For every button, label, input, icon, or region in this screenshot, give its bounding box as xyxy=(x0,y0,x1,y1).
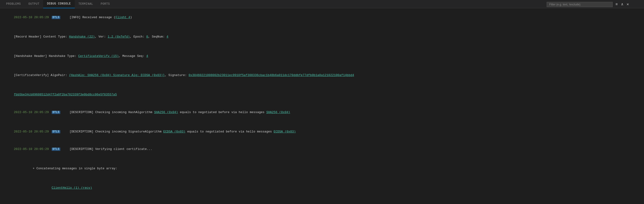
log-group-3: 2022-05-10 20:05:29 DTLS [DESCRIPTION] V… xyxy=(3,142,641,204)
timestamp-6: 2022-05-10 20:05:29 xyxy=(14,110,49,114)
sha256-link-1[interactable]: SHA256 (0x04) xyxy=(154,110,178,114)
log-line-7: 2022-05-10 20:05:29 DTLS [DESCRIPTION] C… xyxy=(3,124,641,139)
tab-ports[interactable]: PORTS xyxy=(97,0,114,8)
log-line-4: [CertificateVerify] AlgoPair: {HashAlg: … xyxy=(3,68,641,83)
close-icon[interactable]: ✕ xyxy=(626,1,630,8)
badge-dtls-1: DTLS xyxy=(52,16,60,19)
signature-cont-link[interactable]: fbb5be34cb89608512d47f2a0f2ba782339f3e0b… xyxy=(14,93,117,96)
log-line-9: + Concatenating messages in single byte … xyxy=(22,161,641,176)
badge-dtls-7: DTLS xyxy=(52,130,60,133)
tab-terminal[interactable]: TERMINAL xyxy=(75,0,97,8)
ecdsa-link-1[interactable]: ECDSA (0x03) xyxy=(163,130,186,133)
tab-debug-console[interactable]: DEBUG CONSOLE xyxy=(43,0,74,8)
badge-dtls-6: DTLS xyxy=(52,111,60,114)
log-line-3: [Handshake Header] Handshake Type: Certi… xyxy=(3,49,641,64)
log-line-8: 2022-05-10 20:05:29 DTLS [DESCRIPTION] V… xyxy=(3,142,641,156)
handshake-link[interactable]: Handshake (22) xyxy=(69,35,95,39)
signature-link[interactable]: 0x30460221008002b23011ec9910f5af308336cb… xyxy=(188,73,354,77)
timestamp-7: 2022-05-10 20:05:29 xyxy=(14,130,49,133)
filter-input[interactable] xyxy=(547,2,613,7)
console-content: 2022-05-10 20:05:29 DTLS [INFO] Received… xyxy=(0,8,644,204)
log-line-1: 2022-05-10 20:05:29 DTLS [INFO] Received… xyxy=(3,10,641,25)
badge-dtls-8: DTLS xyxy=(52,148,60,151)
tab-problems[interactable]: PROBLEMS xyxy=(2,0,24,8)
chevron-up-icon[interactable]: ∧ xyxy=(620,1,624,8)
clienthello-link[interactable]: ClientHello (1) (recv) xyxy=(52,186,92,189)
log-line-5: fbb5be34cb89608512d47f2a0f2ba782339f3e0b… xyxy=(3,88,641,102)
ecdsa-link-2[interactable]: ECDSA (0x03) xyxy=(274,130,296,133)
flight4-link[interactable]: Flight 4 xyxy=(116,16,130,19)
algopair-link[interactable]: {HashAlg: SHA256 (0x04) Signature Alg: E… xyxy=(69,73,165,77)
log-line-10: ClientHello (1) (recv) xyxy=(40,181,641,195)
filter-area: ≡ ∧ ✕ xyxy=(547,1,630,8)
log-group-1: 2022-05-10 20:05:29 DTLS [INFO] Received… xyxy=(3,10,641,102)
log-group-2: 2022-05-10 20:05:29 DTLS [DESCRIPTION] C… xyxy=(3,105,641,139)
log-line-11: ServerHello (2) (sent) xyxy=(40,200,641,204)
tab-bar: PROBLEMS OUTPUT DEBUG CONSOLE TERMINAL P… xyxy=(0,0,644,8)
ver-link[interactable]: 1.2 (0xfefd) xyxy=(108,35,130,39)
timestamp-8: 2022-05-10 20:05:29 xyxy=(14,147,49,151)
tab-output[interactable]: OUTPUT xyxy=(24,0,43,8)
sha256-link-2[interactable]: SHA256 (0x04) xyxy=(266,110,290,114)
seqnum-link[interactable]: 4 xyxy=(166,35,168,39)
list-icon[interactable]: ≡ xyxy=(614,1,619,8)
certverify-link[interactable]: CertificateVerify (15) xyxy=(78,54,119,58)
toolbar-icons: ≡ ∧ ✕ xyxy=(614,1,630,8)
msgseq-link[interactable]: 4 xyxy=(146,54,148,58)
log-line-2: [Record Header] Content Type: Handshake … xyxy=(3,30,641,44)
log-line-6: 2022-05-10 20:05:29 DTLS [DESCRIPTION] C… xyxy=(3,105,641,120)
timestamp-1: 2022-05-10 20:05:29 xyxy=(14,16,49,19)
